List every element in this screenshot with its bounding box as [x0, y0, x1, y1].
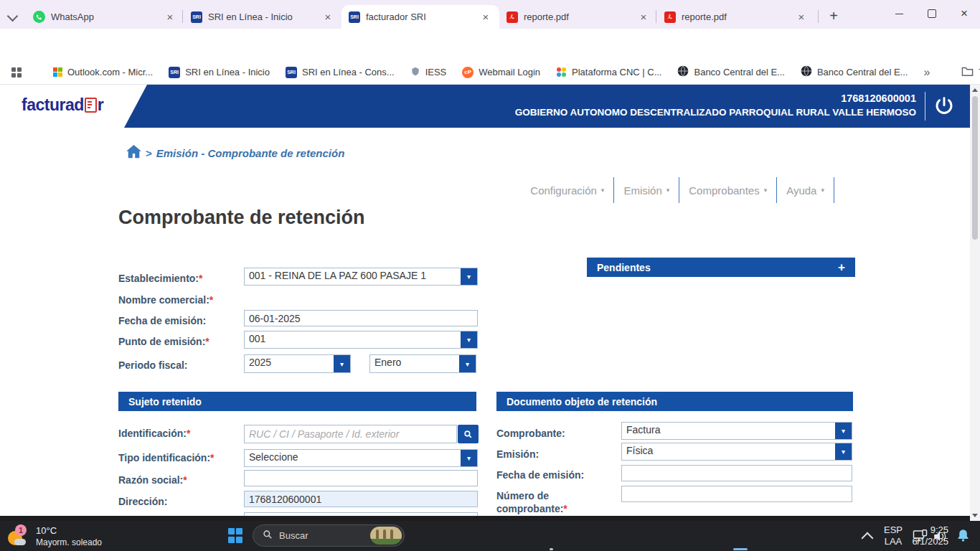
establecimiento-select[interactable]: 001 - REINA DE LA PAZ 600 PASAJE 1 ▾: [244, 268, 478, 286]
close-icon[interactable]: ×: [164, 11, 176, 23]
pdf-icon: [664, 11, 676, 23]
scroll-up-arrow[interactable]: [972, 88, 978, 92]
tab-title: SRI en Línea - Inicio: [208, 11, 293, 22]
punto-emision-select[interactable]: 001 ▾: [244, 331, 478, 349]
razon-social-label: Razón social:*: [118, 474, 187, 486]
bookmark-banco-central-2[interactable]: Banco Central del E...: [801, 65, 908, 79]
comprobante-select[interactable]: Factura ▾: [621, 422, 852, 440]
punto-emision-value: 001: [245, 331, 461, 348]
numero-comprobante-input[interactable]: [621, 486, 852, 502]
search-box[interactable]: Buscar: [253, 524, 405, 547]
outlook-icon: [53, 67, 62, 77]
tab-whatsapp[interactable]: WhatsApp ×: [26, 5, 184, 29]
nombre-comercial-label: Nombre comercial:*: [118, 294, 213, 306]
weather-widget[interactable]: 1 10°C Mayorm. soleado: [7, 522, 102, 550]
breadcrumb-text: Emisión - Comprobante de retención: [156, 147, 345, 159]
start-button[interactable]: [228, 528, 243, 543]
cpanel-icon: cP: [462, 67, 473, 78]
razon-social-input[interactable]: [244, 470, 478, 486]
identificacion-label: Identificación:*: [118, 428, 190, 439]
sri-icon: SRI: [191, 11, 202, 23]
logout-power-button[interactable]: [933, 95, 956, 121]
chevron-down-icon[interactable]: ▾: [461, 268, 477, 285]
vertical-scrollbar[interactable]: [970, 85, 980, 521]
chevron-down-icon: ▾: [764, 187, 768, 194]
tab-facturador-sri[interactable]: SRI facturador SRI ×: [341, 5, 499, 29]
tipo-identificacion-value: Seleccione: [245, 450, 461, 466]
clock[interactable]: 9:25 6/1/2025: [895, 525, 948, 546]
tray-time: 9:25: [895, 525, 948, 534]
expand-plus-icon[interactable]: +: [838, 260, 845, 275]
chevron-down-icon[interactable]: ▾: [835, 423, 852, 439]
chevron-down-icon[interactable]: ▾: [461, 331, 477, 348]
home-icon[interactable]: [126, 145, 141, 161]
periodo-fiscal-month-select[interactable]: Enero ▾: [369, 354, 476, 373]
identificacion-input[interactable]: [244, 425, 457, 443]
menu-separator: [834, 177, 834, 203]
scrollbar-thumb[interactable]: [972, 96, 978, 240]
tab-sri-inicio[interactable]: SRI SRI en Línea - Inicio ×: [184, 5, 341, 29]
tray-chevron-up-icon[interactable]: [862, 532, 874, 545]
notification-bell-icon[interactable]: [956, 528, 971, 546]
chevron-down-icon[interactable]: ▾: [459, 355, 476, 372]
close-icon[interactable]: ×: [637, 11, 650, 23]
logo-block: facturadr: [0, 85, 147, 128]
menu-emision[interactable]: Emisión▾: [614, 184, 679, 197]
bookmark-iess[interactable]: IESS: [410, 66, 447, 79]
iess-icon: [410, 66, 420, 79]
chevron-down-icon[interactable]: ▾: [461, 450, 477, 466]
close-icon[interactable]: ×: [321, 11, 334, 23]
new-tab-button[interactable]: +: [824, 6, 844, 26]
running-indicator-dot: [550, 548, 553, 550]
direccion-input[interactable]: [244, 491, 478, 507]
comprobante-value: Factura: [622, 423, 835, 439]
tab-reporte-pdf-2[interactable]: reporte.pdf ×: [657, 5, 815, 29]
bookmarks-overflow-icon[interactable]: »: [923, 66, 930, 79]
bookmark-banco-central-1[interactable]: Banco Central del E...: [677, 65, 784, 79]
tipo-identificacion-select[interactable]: Seleccione ▾: [244, 449, 478, 467]
close-icon[interactable]: ×: [795, 11, 808, 23]
punto-emision-label: Punto de emisión:*: [118, 336, 209, 347]
close-icon[interactable]: ×: [479, 11, 492, 23]
documento-fecha-emision-label: Fecha de emisión:: [496, 469, 584, 481]
identificacion-search-button[interactable]: [458, 425, 479, 443]
maximize-button[interactable]: [915, 0, 948, 27]
bookmark-label: Webmail Login: [479, 67, 540, 77]
periodo-fiscal-year-select[interactable]: 2025 ▾: [244, 354, 351, 373]
emision-select[interactable]: Física ▾: [621, 443, 852, 461]
bookmark-cnc[interactable]: Plataforma CNC | C...: [556, 67, 661, 77]
sri-icon: SRI: [169, 67, 180, 78]
page-footer-edge: [0, 516, 970, 521]
bookmark-sri-inicio[interactable]: SRI SRI en Línea - Inicio: [169, 67, 270, 78]
chevron-down-icon[interactable]: ▾: [334, 355, 350, 372]
tab-search-chevron-icon[interactable]: [7, 11, 19, 22]
bookmark-outlook[interactable]: Outlook.com - Micr...: [53, 67, 153, 77]
chevron-down-icon: ▾: [821, 187, 824, 194]
periodo-year-value: 2025: [245, 355, 334, 372]
search-highlight-image[interactable]: [370, 527, 402, 545]
apps-grid-icon[interactable]: [11, 67, 22, 77]
close-window-button[interactable]: ×: [948, 0, 980, 27]
menu-configuracion[interactable]: Configuración▾: [521, 184, 613, 197]
header-ruc: 1768120600001: [841, 93, 916, 104]
chevron-down-icon[interactable]: ▾: [835, 443, 852, 460]
minimize-button[interactable]: [882, 0, 915, 27]
documento-fecha-emision-input[interactable]: [621, 465, 852, 481]
tab-reporte-pdf-1[interactable]: reporte.pdf ×: [499, 5, 657, 29]
bookmark-label: Outlook.com - Micr...: [67, 67, 153, 77]
scroll-down-arrow[interactable]: [972, 514, 978, 517]
weather-icon: 1: [7, 524, 30, 547]
minimize-icon: [895, 14, 903, 14]
fecha-emision-input[interactable]: [244, 310, 478, 326]
globe-icon: [677, 65, 689, 79]
tab-title: WhatsApp: [51, 11, 94, 22]
sri-icon: SRI: [286, 67, 297, 78]
facturador-header: facturadr 1768120600001 GOBIERNO AUTONOM…: [0, 85, 970, 128]
pendientes-panel-header[interactable]: Pendientes +: [587, 258, 855, 277]
bookmark-webmail[interactable]: cP Webmail Login: [462, 67, 540, 78]
menu-ayuda[interactable]: Ayuda▾: [777, 184, 834, 197]
tab-title: reporte.pdf: [524, 11, 569, 22]
all-bookmarks-button[interactable]: Todos los marcadores: [961, 66, 980, 79]
bookmark-sri-consultas[interactable]: SRI SRI en Línea - Cons...: [286, 67, 395, 78]
menu-comprobantes[interactable]: Comprobantes▾: [679, 184, 776, 197]
